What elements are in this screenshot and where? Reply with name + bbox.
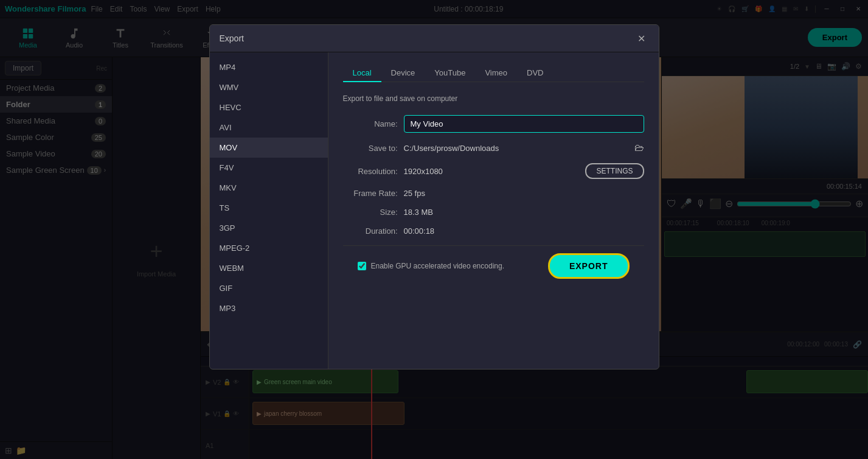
modal-header: Export ✕: [210, 25, 659, 52]
name-input[interactable]: [404, 115, 644, 133]
settings-button[interactable]: SETTINGS: [585, 163, 644, 179]
modal-footer: Enable GPU accelerated video encoding. E…: [343, 245, 644, 286]
format-mkv[interactable]: MKV: [210, 178, 328, 198]
size-label: Size:: [343, 208, 398, 217]
save-to-label: Save to:: [343, 144, 398, 153]
save-to-path: C:/Users/prosw/Downloads: [404, 144, 631, 153]
format-webm[interactable]: WEBM: [210, 258, 328, 278]
size-value: 18.3 MB: [404, 208, 644, 217]
format-ts[interactable]: TS: [210, 198, 328, 218]
format-hevc[interactable]: HEVC: [210, 97, 328, 117]
format-list: MP4 WMV HEVC AVI MOV F4V MKV TS 3GP MPEG…: [210, 52, 328, 369]
tab-dvd[interactable]: DVD: [517, 65, 553, 82]
format-mpeg2[interactable]: MPEG-2: [210, 238, 328, 258]
format-wmv[interactable]: WMV: [210, 77, 328, 97]
format-mp3[interactable]: MP3: [210, 298, 328, 318]
modal-close-button[interactable]: ✕: [634, 31, 649, 46]
frame-rate-row: Frame Rate: 25 fps: [343, 189, 644, 198]
gpu-option: Enable GPU accelerated video encoding.: [358, 262, 504, 270]
duration-row: Duration: 00:00:18: [343, 226, 644, 236]
modal-tabs: Local Device YouTube Vimeo DVD: [343, 65, 644, 82]
save-to-row: Save to: C:/Users/prosw/Downloads 🗁: [343, 142, 644, 153]
size-row: Size: 18.3 MB: [343, 208, 644, 217]
tab-local[interactable]: Local: [343, 65, 381, 82]
export-dialog: Export ✕ MP4 WMV HEVC AVI MOV F4V MKV TS…: [209, 24, 659, 370]
modal-title: Export: [220, 33, 244, 43]
gpu-checkbox[interactable]: [358, 262, 366, 270]
export-main-button[interactable]: EXPORT: [548, 253, 630, 279]
export-modal-overlay: Export ✕ MP4 WMV HEVC AVI MOV F4V MKV TS…: [0, 0, 868, 459]
name-row: Name:: [343, 115, 644, 133]
resolution-value: 1920x1080: [404, 167, 580, 176]
export-subtitle: Export to file and save on computer: [343, 94, 644, 103]
frame-rate-value: 25 fps: [404, 189, 644, 198]
format-mov[interactable]: MOV: [210, 138, 328, 158]
duration-value: 00:00:18: [404, 226, 644, 236]
format-mp4[interactable]: MP4: [210, 57, 328, 77]
duration-label: Duration:: [343, 226, 398, 236]
name-label: Name:: [343, 119, 398, 128]
modal-body: MP4 WMV HEVC AVI MOV F4V MKV TS 3GP MPEG…: [210, 52, 659, 369]
tab-vimeo[interactable]: Vimeo: [475, 65, 517, 82]
format-f4v[interactable]: F4V: [210, 158, 328, 178]
tab-device[interactable]: Device: [381, 65, 425, 82]
format-gif[interactable]: GIF: [210, 278, 328, 298]
browse-folder-button[interactable]: 🗁: [634, 142, 644, 153]
format-3gp[interactable]: 3GP: [210, 218, 328, 238]
modal-content-area: Local Device YouTube Vimeo DVD Export to…: [328, 52, 659, 369]
resolution-label: Resolution:: [343, 167, 398, 176]
format-avi[interactable]: AVI: [210, 117, 328, 138]
save-to-path-area: C:/Users/prosw/Downloads 🗁: [404, 142, 644, 153]
frame-rate-label: Frame Rate:: [343, 189, 398, 198]
resolution-row: Resolution: 1920x1080 SETTINGS: [343, 163, 644, 179]
gpu-label: Enable GPU accelerated video encoding.: [371, 262, 504, 270]
tab-youtube[interactable]: YouTube: [425, 65, 475, 82]
